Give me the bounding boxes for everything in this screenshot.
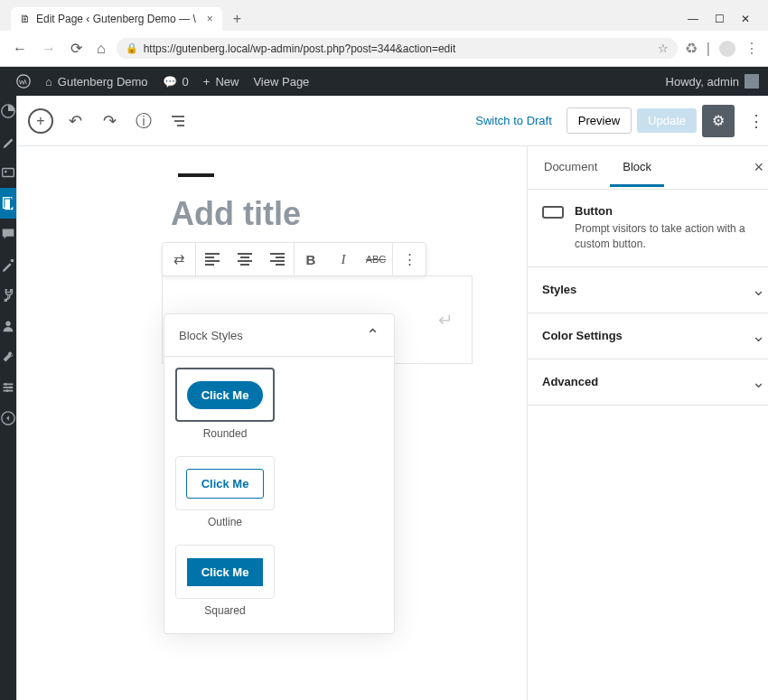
svg-point-13 — [6, 389, 9, 392]
wp-logo[interactable] — [9, 74, 38, 89]
editor-toolbar: + ↶ ↷ ⓘ Switch to Draft Preview Update ⚙… — [17, 96, 768, 146]
chevron-down-icon: ⌄ — [752, 372, 765, 392]
transform-icon[interactable]: ⇄ — [163, 243, 195, 275]
style-preview-button: Click Me — [187, 381, 264, 409]
svg-rect-2 — [3, 169, 14, 177]
dashboard-icon[interactable] — [0, 96, 16, 126]
users-icon[interactable] — [0, 311, 16, 341]
svg-rect-22 — [238, 253, 252, 255]
browser-menu-icon[interactable]: ⋮ — [745, 40, 759, 57]
new-tab-button[interactable]: + — [228, 7, 247, 31]
close-tab-icon[interactable]: × — [207, 13, 213, 25]
update-button: Update — [637, 108, 697, 133]
back-icon[interactable]: ← — [9, 37, 31, 61]
panel-section-title: Styles — [542, 283, 576, 296]
plugins-icon[interactable] — [0, 280, 16, 311]
svg-rect-25 — [240, 264, 249, 266]
wp-admin-bar: ⌂ Gutenberg Demo 💬 0 + New View Page How… — [0, 67, 768, 96]
browser-tab[interactable]: 🗎 Edit Page ‹ Gutenberg Demo — \ × — [11, 7, 222, 31]
styles-panel-title: Block Styles — [179, 329, 243, 342]
file-icon: 🗎 — [20, 13, 31, 25]
svg-rect-29 — [276, 264, 285, 266]
new-link[interactable]: + New — [196, 75, 247, 89]
undo-button[interactable]: ↶ — [59, 105, 91, 137]
style-option-squared[interactable]: Click MeSquared — [175, 545, 275, 622]
svg-rect-20 — [205, 260, 220, 262]
reload-icon[interactable]: ⟳ — [67, 36, 86, 61]
add-block-button[interactable]: + — [28, 108, 53, 134]
address-bar: ← → ⟳ ⌂ 🔒 https://gutenberg.local/wp-adm… — [0, 31, 768, 67]
plus-icon: + — [203, 75, 211, 89]
posts-icon[interactable] — [0, 126, 16, 157]
close-panel-icon[interactable]: × — [741, 149, 768, 186]
pages-icon[interactable] — [0, 188, 16, 219]
style-option-outline[interactable]: Click MeOutline — [175, 456, 275, 534]
align-center-icon[interactable] — [229, 243, 261, 275]
minimize-icon[interactable]: — — [688, 13, 698, 25]
svg-point-6 — [11, 259, 14, 263]
site-name-link[interactable]: ⌂ Gutenberg Demo — [38, 75, 155, 89]
collapse-icon[interactable] — [0, 403, 16, 434]
style-preview-button: Click Me — [186, 469, 265, 499]
svg-point-7 — [5, 322, 10, 326]
lock-icon: 🔒 — [126, 42, 138, 54]
preview-button[interactable]: Preview — [567, 107, 632, 134]
comment-icon: 💬 — [163, 75, 177, 89]
switch-to-draft-button[interactable]: Switch to Draft — [466, 108, 561, 133]
editor-canvas: Add title ⇄ B I ABC ⋮ — [17, 146, 527, 700]
url-input[interactable]: 🔒 https://gutenberg.local/wp-admin/post.… — [117, 38, 678, 59]
panel-section-styles[interactable]: Styles⌄ — [528, 267, 768, 313]
svg-rect-27 — [276, 257, 285, 258]
title-input[interactable]: Add title — [171, 195, 473, 233]
svg-point-11 — [5, 383, 7, 386]
svg-rect-28 — [270, 260, 285, 262]
chevron-down-icon: ⌄ — [752, 280, 765, 300]
paragraph-indicator-icon: ↵ — [438, 309, 454, 331]
more-options-button[interactable]: ⋮ — [740, 105, 768, 137]
redo-button[interactable]: ↷ — [93, 105, 126, 137]
avatar[interactable] — [745, 74, 759, 89]
home-icon: ⌂ — [45, 75, 52, 89]
close-window-icon[interactable]: ✕ — [741, 13, 750, 25]
maximize-icon[interactable]: ☐ — [715, 13, 725, 25]
block-info: Button Prompt visitors to take action wi… — [528, 190, 768, 267]
panel-section-color-settings[interactable]: Color Settings⌄ — [528, 313, 768, 359]
bold-button[interactable]: B — [295, 243, 327, 275]
chevron-up-icon[interactable]: ⌃ — [366, 325, 379, 345]
style-label: Outline — [175, 510, 275, 534]
chevron-down-icon: ⌄ — [752, 326, 765, 346]
comments-icon[interactable] — [0, 219, 16, 249]
svg-rect-23 — [240, 257, 249, 258]
svg-rect-18 — [205, 253, 220, 255]
media-icon[interactable] — [0, 157, 16, 188]
settings-icon[interactable] — [0, 372, 16, 403]
more-format-button[interactable]: ⋮ — [393, 243, 426, 275]
divider: | — [707, 41, 710, 57]
align-right-icon[interactable] — [261, 243, 294, 275]
settings-gear-button[interactable]: ⚙ — [702, 105, 735, 137]
appearance-icon[interactable] — [0, 249, 16, 280]
bookmark-star-icon[interactable]: ☆ — [658, 42, 669, 55]
tab-title: Edit Page ‹ Gutenberg Demo — \ — [36, 13, 196, 25]
block-description: Prompt visitors to take action with a cu… — [575, 221, 765, 252]
view-page-link[interactable]: View Page — [246, 75, 316, 89]
comments-link[interactable]: 💬 0 — [155, 75, 196, 89]
style-preview-button: Click Me — [187, 558, 264, 586]
strikethrough-button[interactable]: ABC — [360, 243, 392, 275]
panel-section-title: Color Settings — [542, 329, 623, 342]
style-option-rounded[interactable]: Click MeRounded — [175, 368, 275, 445]
home-icon[interactable]: ⌂ — [93, 37, 109, 61]
profile-icon[interactable] — [719, 41, 735, 57]
block-name-label: Button — [575, 204, 765, 218]
italic-button[interactable]: I — [327, 243, 360, 275]
panel-section-advanced[interactable]: Advanced⌄ — [528, 359, 768, 406]
tools-icon[interactable] — [0, 341, 16, 372]
wp-admin-menu — [0, 96, 16, 700]
extension-icon[interactable]: ♻ — [685, 40, 698, 57]
button-block-icon — [542, 206, 564, 219]
tab-document[interactable]: Document — [531, 149, 610, 187]
block-nav-button[interactable] — [162, 105, 194, 137]
tab-block[interactable]: Block — [610, 149, 664, 187]
align-left-icon[interactable] — [196, 243, 229, 275]
info-button[interactable]: ⓘ — [127, 105, 160, 137]
